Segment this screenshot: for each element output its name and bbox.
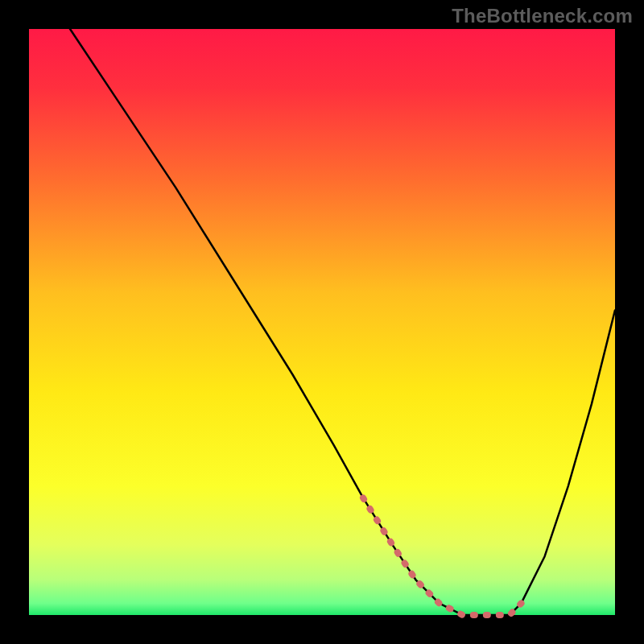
chart-frame: TheBottleneck.com	[0, 0, 644, 644]
chart-svg	[29, 29, 615, 615]
watermark-text: TheBottleneck.com	[452, 5, 633, 27]
highlight-segment	[363, 497, 522, 615]
bottleneck-curve	[70, 29, 615, 615]
